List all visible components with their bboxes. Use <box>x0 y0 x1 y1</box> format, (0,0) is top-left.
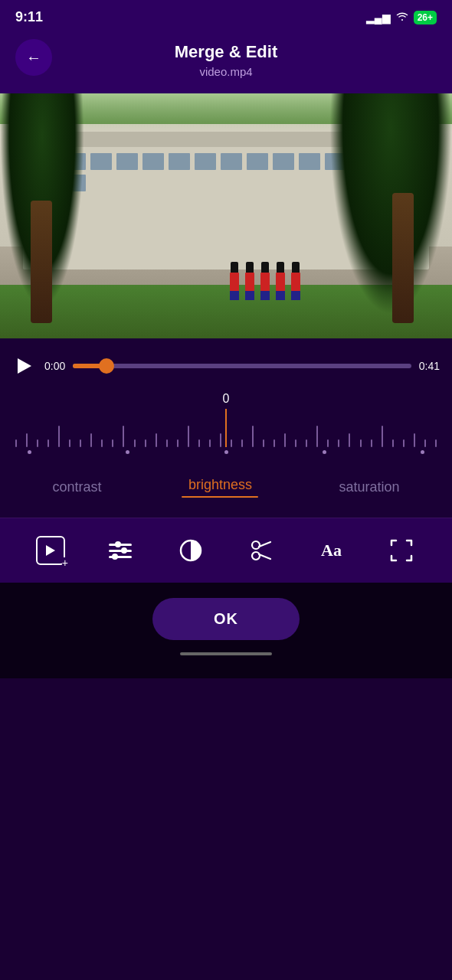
back-button[interactable]: ← <box>15 39 52 76</box>
ok-area: OK <box>0 583 452 678</box>
ruler-tick <box>166 439 168 447</box>
text-button[interactable]: Aa <box>311 531 351 570</box>
window <box>299 153 320 170</box>
ruler-tick <box>284 433 286 447</box>
svg-line-3 <box>259 542 270 547</box>
svg-point-1 <box>252 541 260 549</box>
ruler-tick <box>58 426 60 447</box>
header: ← Merge & Edit video.mp4 <box>0 31 452 93</box>
guard <box>291 262 300 300</box>
ruler-dot <box>323 450 326 454</box>
cut-button[interactable] <box>241 531 281 570</box>
scrubber-value: 0 <box>12 392 440 406</box>
ruler-tick <box>371 439 372 447</box>
ruler-tick <box>220 433 221 447</box>
ruler-tick <box>15 439 17 447</box>
guard <box>276 262 285 300</box>
timeline-row: 0:00 0:41 <box>12 354 440 378</box>
ruler-tick <box>209 439 211 447</box>
play-icon <box>18 358 31 374</box>
bottom-toolbar: Aa <box>0 518 452 583</box>
tree-left-trunk <box>31 201 52 323</box>
svg-point-2 <box>252 552 260 560</box>
ruler-tick <box>198 439 200 447</box>
sliders-icon <box>106 541 135 561</box>
progress-bar[interactable] <box>73 364 411 368</box>
add-video-button[interactable] <box>31 531 70 570</box>
video-preview <box>0 93 452 338</box>
ruler-tick <box>382 426 383 447</box>
adjustment-labels: contrast brightness saturation <box>12 469 440 510</box>
progress-thumb[interactable] <box>99 358 114 374</box>
fullscreen-button[interactable] <box>382 531 421 570</box>
play-button[interactable] <box>12 354 37 378</box>
back-arrow-icon: ← <box>26 49 41 67</box>
ruler-tick <box>252 426 254 447</box>
contrast-label[interactable]: contrast <box>52 479 101 495</box>
scrubber-area: 0 <box>12 392 440 454</box>
window <box>90 153 112 170</box>
current-time: 0:00 <box>44 360 65 372</box>
guard <box>245 262 254 300</box>
ruler-tick <box>69 439 70 447</box>
ruler-tick <box>273 439 275 447</box>
video-scene <box>0 93 452 338</box>
ruler-dot <box>28 450 31 454</box>
text-icon: Aa <box>321 541 342 560</box>
window <box>116 153 138 170</box>
window <box>195 153 216 170</box>
ruler-tick <box>188 426 189 447</box>
page-title: Merge & Edit <box>175 42 277 62</box>
ruler[interactable] <box>12 409 440 447</box>
home-indicator <box>180 652 272 655</box>
battery-badge: 26+ <box>414 11 437 24</box>
ruler-tick <box>263 439 264 447</box>
scissors-icon <box>250 539 273 562</box>
guard <box>230 262 239 300</box>
ruler-tick <box>145 439 146 447</box>
ruler-tick <box>295 439 296 447</box>
controls-area: 0:00 0:41 0 <box>0 338 452 518</box>
ruler-tick <box>156 433 157 447</box>
ruler-dots <box>12 450 440 454</box>
adjustments-button[interactable] <box>100 531 140 570</box>
ruler-tick <box>392 439 394 447</box>
ruler-tick <box>424 439 426 447</box>
ruler-tick <box>241 439 243 447</box>
window <box>273 153 294 170</box>
status-bar: 9:11 ▂▄▆ 26+ <box>0 0 452 31</box>
ruler-tick <box>360 439 362 447</box>
guards-area <box>230 262 300 300</box>
color-button[interactable] <box>171 531 211 570</box>
window <box>169 153 190 170</box>
ruler-tick <box>26 433 28 447</box>
active-underline <box>182 496 258 498</box>
total-time: 0:41 <box>419 360 440 372</box>
ruler-tick <box>414 433 415 447</box>
ruler-center-line <box>225 409 227 447</box>
brightness-label[interactable]: brightness <box>182 477 258 498</box>
filename-label: video.mp4 <box>199 65 252 78</box>
saturation-label[interactable]: saturation <box>339 479 399 495</box>
guard <box>260 262 270 300</box>
ruler-tick <box>435 439 437 447</box>
ruler-tick <box>349 433 350 447</box>
ruler-tick <box>112 439 113 447</box>
fullscreen-icon <box>390 539 413 562</box>
ruler-tick <box>306 439 307 447</box>
svg-line-4 <box>259 554 270 559</box>
ruler-tick <box>316 426 318 447</box>
window <box>221 153 242 170</box>
wifi-icon <box>395 11 409 24</box>
status-icons: ▂▄▆ 26+ <box>366 11 437 24</box>
ok-button[interactable]: OK <box>152 598 300 640</box>
status-time: 9:11 <box>15 9 43 25</box>
window <box>247 153 268 170</box>
ruler-tick <box>338 439 339 447</box>
color-icon <box>179 538 203 563</box>
ruler-tick <box>231 439 232 447</box>
ruler-tick <box>123 426 124 447</box>
ruler-dot <box>421 450 424 454</box>
ruler-dot <box>126 450 129 454</box>
ruler-tick <box>101 439 103 447</box>
